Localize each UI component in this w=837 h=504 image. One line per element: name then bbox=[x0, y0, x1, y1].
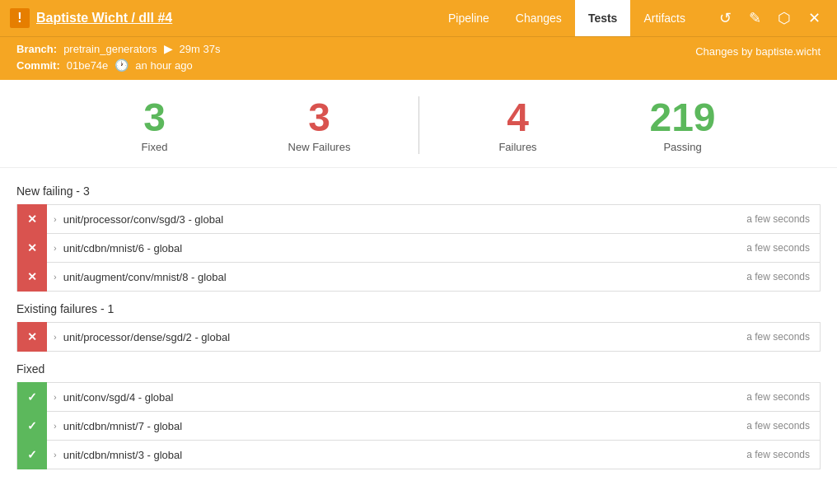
new-failures-label: New Failures bbox=[288, 141, 351, 153]
test-name: unit/cdbn/mnist/7 - global bbox=[63, 420, 747, 432]
fail-badge: ✕ bbox=[17, 233, 47, 263]
sub-header: Branch: pretrain_generators ▶ 29m 37s Co… bbox=[0, 36, 837, 80]
test-name: unit/augment/conv/mnist/8 - global bbox=[63, 271, 747, 283]
header-nav: Pipeline Changes Tests Artifacts bbox=[435, 0, 699, 36]
test-time: a few seconds bbox=[746, 420, 810, 432]
export-button[interactable]: ⬡ bbox=[771, 5, 797, 31]
test-time: a few seconds bbox=[746, 271, 810, 282]
fixed-label: Fixed bbox=[142, 141, 168, 153]
stats-area: 3 Fixed 3 New Failures 4 Failures 219 Pa… bbox=[0, 80, 837, 168]
test-name: unit/processor/conv/sgd/3 - global bbox=[63, 213, 747, 226]
test-name: unit/cdbn/mnist/3 - global bbox=[63, 449, 747, 461]
fail-badge: ✕ bbox=[17, 262, 47, 292]
test-time: a few seconds bbox=[746, 213, 810, 225]
pass-badge: ✓ bbox=[17, 382, 47, 412]
duration-value: 29m 37s bbox=[180, 43, 221, 55]
retry-button[interactable]: ↺ bbox=[712, 5, 738, 31]
table-row[interactable]: ✕›unit/processor/dense/sgd/2 - globala f… bbox=[16, 322, 821, 352]
changes-by: Changes by baptiste.wicht bbox=[695, 45, 821, 58]
test-content: New failing - 3✕›unit/processor/conv/sgd… bbox=[0, 168, 837, 489]
stat-divider bbox=[418, 96, 419, 154]
branch-value: pretrain_generators bbox=[63, 43, 157, 55]
test-name: unit/conv/sgd/4 - global bbox=[63, 391, 747, 404]
duration-icon: ▶ bbox=[164, 42, 173, 55]
nav-tests[interactable]: Tests bbox=[575, 0, 631, 36]
commit-label: Commit: bbox=[16, 59, 60, 72]
expand-icon[interactable]: › bbox=[54, 392, 57, 402]
pipeline-title[interactable]: Baptiste Wicht / dll #4 bbox=[36, 11, 172, 26]
header-actions: ↺ ✎ ⬡ ✕ bbox=[712, 5, 827, 31]
stat-fixed: 3 Fixed bbox=[72, 98, 237, 153]
expand-icon[interactable]: › bbox=[54, 214, 57, 224]
failures-label: Failures bbox=[498, 141, 536, 153]
nav-artifacts[interactable]: Artifacts bbox=[630, 0, 699, 36]
fail-badge: ✕ bbox=[17, 322, 47, 352]
table-row[interactable]: ✕›unit/cdbn/mnist/6 - globala few second… bbox=[16, 233, 821, 263]
test-list-0: ✕›unit/processor/conv/sgd/3 - globala fe… bbox=[16, 204, 821, 292]
stat-passing: 219 Passing bbox=[601, 98, 765, 153]
test-time: a few seconds bbox=[746, 242, 810, 254]
section-title-2: Fixed bbox=[16, 362, 821, 376]
test-time: a few seconds bbox=[746, 449, 810, 460]
passing-label: Passing bbox=[663, 141, 701, 153]
commit-row: Commit: 01be74e 🕐 an hour ago bbox=[16, 58, 220, 72]
nav-changes[interactable]: Changes bbox=[503, 0, 575, 36]
table-row[interactable]: ✕›unit/processor/conv/sgd/3 - globala fe… bbox=[16, 204, 821, 234]
stat-new-failures: 3 New Failures bbox=[237, 98, 402, 153]
pass-badge: ✓ bbox=[17, 440, 47, 469]
expand-icon[interactable]: › bbox=[54, 272, 57, 282]
time-ago-value: an hour ago bbox=[135, 59, 192, 72]
fail-badge: ✕ bbox=[17, 204, 47, 234]
commit-value: 01be74e bbox=[67, 59, 109, 72]
pass-badge: ✓ bbox=[17, 411, 47, 441]
expand-icon[interactable]: › bbox=[54, 332, 57, 342]
test-time: a few seconds bbox=[746, 331, 810, 343]
warning-badge: ! bbox=[10, 8, 30, 28]
expand-icon[interactable]: › bbox=[54, 450, 57, 460]
table-row[interactable]: ✓›unit/cdbn/mnist/3 - globala few second… bbox=[16, 440, 821, 469]
test-name: unit/processor/dense/sgd/2 - global bbox=[63, 331, 747, 343]
clock-icon: 🕐 bbox=[115, 58, 129, 72]
warning-icon: ! bbox=[17, 11, 21, 26]
new-failures-count: 3 bbox=[308, 98, 330, 138]
nav-pipeline[interactable]: Pipeline bbox=[435, 0, 503, 36]
expand-icon[interactable]: › bbox=[54, 243, 57, 253]
test-time: a few seconds bbox=[746, 391, 810, 403]
table-row[interactable]: ✓›unit/cdbn/mnist/7 - globala few second… bbox=[16, 411, 821, 441]
section-title-1: Existing failures - 1 bbox=[16, 302, 821, 315]
test-list-2: ✓›unit/conv/sgd/4 - globala few seconds✓… bbox=[16, 382, 821, 469]
section-title-0: New failing - 3 bbox=[16, 184, 821, 198]
expand-icon[interactable]: › bbox=[54, 421, 57, 431]
branch-label: Branch: bbox=[16, 43, 57, 55]
fixed-count: 3 bbox=[143, 98, 166, 138]
table-row[interactable]: ✕›unit/augment/conv/mnist/8 - globala fe… bbox=[16, 262, 821, 292]
close-button[interactable]: ✕ bbox=[801, 5, 827, 31]
passing-count: 219 bbox=[649, 98, 715, 138]
branch-row: Branch: pretrain_generators ▶ 29m 37s bbox=[16, 42, 220, 55]
edit-button[interactable]: ✎ bbox=[741, 5, 768, 31]
branch-info: Branch: pretrain_generators ▶ 29m 37s Co… bbox=[16, 42, 220, 72]
table-row[interactable]: ✓›unit/conv/sgd/4 - globala few seconds bbox=[16, 382, 821, 412]
header: ! Baptiste Wicht / dll #4 Pipeline Chang… bbox=[0, 0, 837, 36]
test-name: unit/cdbn/mnist/6 - global bbox=[63, 242, 747, 254]
stat-failures: 4 Failures bbox=[436, 98, 601, 153]
test-list-1: ✕›unit/processor/dense/sgd/2 - globala f… bbox=[16, 322, 821, 352]
failures-count: 4 bbox=[507, 98, 529, 138]
